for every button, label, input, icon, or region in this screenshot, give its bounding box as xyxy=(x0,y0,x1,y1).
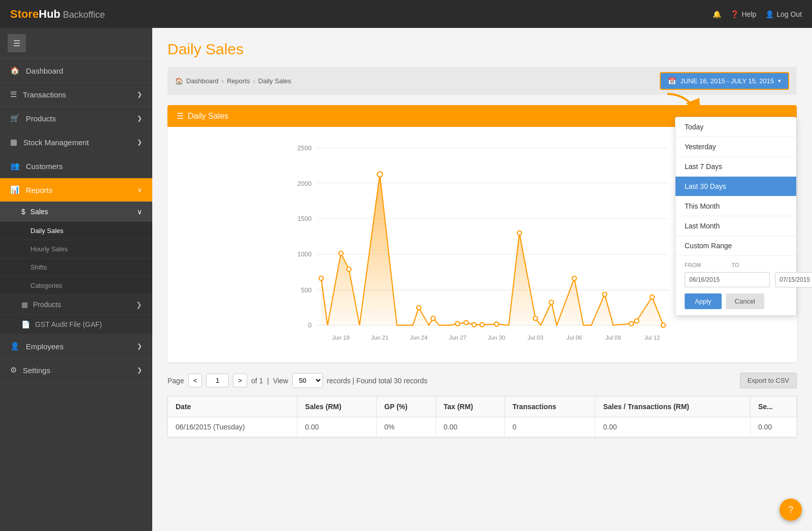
categories-label: Categories xyxy=(30,282,62,289)
sidebar-leaf-shifts[interactable]: Shifts xyxy=(0,258,152,277)
hamburger-button[interactable]: ☰ xyxy=(8,34,26,52)
chevron-right-icon: ❯ xyxy=(137,367,142,374)
col-sales-per-tx: Sales / Transactions (RM) xyxy=(595,396,751,417)
sidebar-item-settings[interactable]: ⚙ Settings ❯ xyxy=(0,358,152,382)
col-tax: Tax (RM) xyxy=(435,396,504,417)
svg-point-30 xyxy=(464,320,468,324)
date-option-last30[interactable]: Last 30 Days xyxy=(675,177,796,196)
sidebar-sub-item-products-report[interactable]: ▦ Products ❯ xyxy=(0,295,152,315)
sidebar-item-customers[interactable]: 👥 Customers xyxy=(0,154,152,178)
daily-sales-label: Daily Sales xyxy=(30,227,63,235)
chevron-right-icon: ❯ xyxy=(137,115,142,122)
hourly-sales-label: Hourly Sales xyxy=(30,245,68,253)
sidebar-leaf-categories[interactable]: Categories xyxy=(0,277,152,295)
records-per-page-select[interactable]: 50 25 100 xyxy=(292,373,323,388)
shifts-label: Shifts xyxy=(30,263,47,271)
breadcrumb-bar: 🏠 Dashboard › Reports › Daily Sales 📅 JU… xyxy=(167,67,797,95)
sidebar-leaf-daily-sales[interactable]: Daily Sales xyxy=(0,222,152,240)
col-se: Se... xyxy=(750,396,796,417)
view-label: View xyxy=(273,377,288,385)
sidebar-item-dashboard[interactable]: 🏠 Dashboard xyxy=(0,59,152,83)
pagination-bar: Page < > of 1 | View 50 25 100 records |… xyxy=(167,373,797,388)
page-number-input[interactable] xyxy=(206,374,229,387)
page-next-button[interactable]: > xyxy=(233,374,247,387)
date-option-yesterday[interactable]: Yesterday xyxy=(675,137,796,157)
svg-text:Jul 09: Jul 09 xyxy=(605,335,621,341)
chevron-down-icon: ∨ xyxy=(138,186,142,193)
to-label: TO xyxy=(731,262,739,268)
sidebar-item-reports[interactable]: 📊 Reports ∨ xyxy=(0,178,152,202)
cell-sales-per-tx: 0.00 xyxy=(595,417,751,437)
date-option-last-month[interactable]: Last Month xyxy=(675,216,796,236)
date-picker-button[interactable]: 📅 JUNE 16, 2015 - JULY 15, 2015 ▾ xyxy=(660,72,789,90)
apply-button[interactable]: Apply xyxy=(685,293,722,309)
svg-text:Jul 06: Jul 06 xyxy=(566,335,582,341)
cell-transactions: 0 xyxy=(504,417,595,437)
custom-from-input[interactable] xyxy=(685,272,770,287)
custom-range-section: FROM TO Apply Cancel xyxy=(675,256,796,315)
svg-text:Jul 12: Jul 12 xyxy=(645,335,660,341)
svg-text:0: 0 xyxy=(308,322,312,329)
svg-text:1000: 1000 xyxy=(297,251,312,258)
export-csv-button[interactable]: Export to CSV xyxy=(740,373,797,388)
breadcrumb-sep2: › xyxy=(253,77,255,85)
svg-point-24 xyxy=(339,251,343,255)
custom-to-input[interactable] xyxy=(775,272,812,287)
cart-icon: 🛒 xyxy=(10,114,20,123)
sidebar-sub-label: Sales xyxy=(30,208,48,216)
sidebar-leaf-hourly-sales[interactable]: Hourly Sales xyxy=(0,240,152,258)
sidebar-item-employees[interactable]: 👤 Employees ❯ xyxy=(0,335,152,358)
sidebar-sub-item-sales[interactable]: $ Sales ∨ xyxy=(0,202,152,222)
date-option-custom[interactable]: Custom Range xyxy=(675,236,796,256)
col-transactions: Transactions xyxy=(504,396,595,417)
sidebar-item-label: Employees xyxy=(26,342,63,351)
sidebar-sub-label: Products xyxy=(33,301,61,309)
col-sales: Sales (RM) xyxy=(297,396,377,417)
svg-marker-22 xyxy=(321,175,669,325)
sidebar-item-label: Transactions xyxy=(23,90,66,99)
col-date: Date xyxy=(168,396,297,417)
brand-backoffice: Backoffice xyxy=(60,10,105,20)
breadcrumb-reports[interactable]: Reports xyxy=(227,77,250,85)
svg-point-32 xyxy=(480,322,484,326)
notification-bell[interactable]: 🔔 xyxy=(713,10,721,18)
date-option-last7[interactable]: Last 7 Days xyxy=(675,157,796,177)
chevron-right-icon: ❯ xyxy=(137,91,142,98)
sidebar-sub-item-gst[interactable]: 📄 GST Audit File (GAF) xyxy=(0,315,152,335)
date-dropdown: Today Yesterday Last 7 Days Last 30 Days… xyxy=(675,117,797,316)
breadcrumb-dashboard[interactable]: Dashboard xyxy=(186,77,219,85)
cell-se: 0.00 xyxy=(750,417,796,437)
svg-point-36 xyxy=(549,300,553,304)
main-content: Daily Sales 🏠 Dashboard › Reports › Dail… xyxy=(152,28,812,531)
breadcrumb-current: Daily Sales xyxy=(258,77,291,85)
page-prev-button[interactable]: < xyxy=(188,374,202,387)
cancel-button[interactable]: Cancel xyxy=(726,293,764,309)
svg-point-25 xyxy=(347,267,351,271)
date-range-label: JUNE 16, 2015 - JULY 15, 2015 xyxy=(680,77,774,85)
home-icon: 🏠 xyxy=(10,66,20,75)
brand-hub: Hub xyxy=(39,8,60,20)
cell-sales: 0.00 xyxy=(297,417,377,437)
help-link[interactable]: ❓ Help xyxy=(730,10,756,18)
brand-logo: StoreHub Backoffice xyxy=(10,8,105,21)
breadcrumb-sep: › xyxy=(222,77,224,85)
table-header-row: Date Sales (RM) GP (%) Tax (RM) Transact… xyxy=(168,396,797,417)
brand-store: Store xyxy=(10,8,39,20)
svg-point-28 xyxy=(431,316,435,320)
svg-point-42 xyxy=(661,323,665,327)
settings-icon: ⚙ xyxy=(10,366,17,375)
date-option-today[interactable]: Today xyxy=(675,117,796,137)
svg-text:Jun 27: Jun 27 xyxy=(449,335,466,341)
svg-text:2500: 2500 xyxy=(297,145,312,152)
sidebar-sub-label: GST Audit File (GAF) xyxy=(35,320,102,328)
svg-text:Jul 03: Jul 03 xyxy=(528,335,544,341)
chat-widget-button[interactable]: ? xyxy=(780,499,802,521)
cell-tax: 0.00 xyxy=(435,417,504,437)
file-icon: 📄 xyxy=(21,320,30,328)
sidebar-item-products[interactable]: 🛒 Products ❯ xyxy=(0,107,152,130)
date-option-this-month[interactable]: This Month xyxy=(675,196,796,216)
logout-link[interactable]: 👤 Log Out xyxy=(765,10,802,18)
sidebar-item-transactions[interactable]: ☰ Transactions ❯ xyxy=(0,83,152,107)
svg-point-26 xyxy=(377,172,383,177)
sidebar-item-stock[interactable]: ▦ Stock Management ❯ xyxy=(0,130,152,154)
